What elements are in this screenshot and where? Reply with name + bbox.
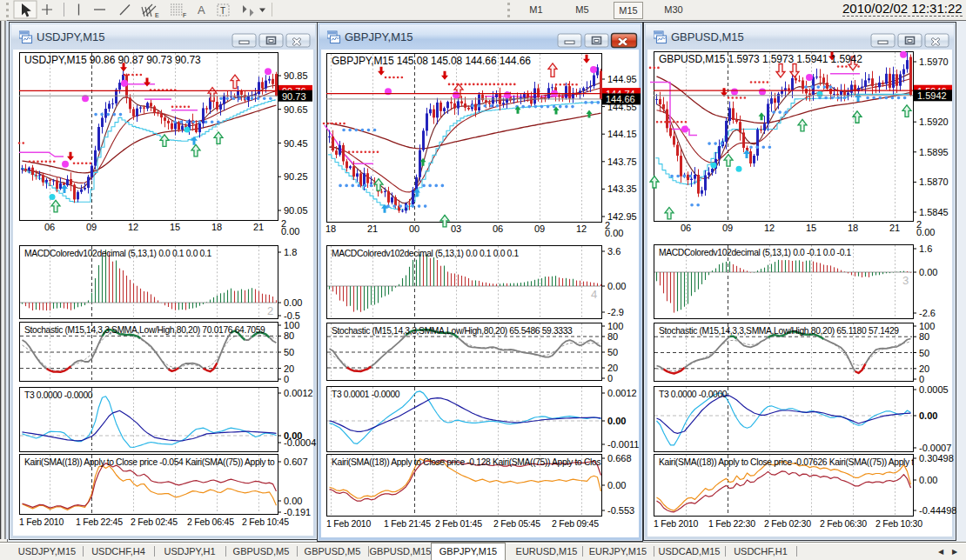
svg-text:0: 0: [607, 373, 613, 383]
svg-text:1 Feb 21:45: 1 Feb 21:45: [384, 518, 431, 529]
svg-text:1 Feb 22:30: 1 Feb 22:30: [708, 518, 755, 529]
svg-text:100: 100: [919, 321, 935, 331]
svg-text:144.66: 144.66: [606, 94, 635, 104]
svg-text:-2.6: -2.6: [919, 308, 936, 318]
svg-text:1.8: 1.8: [284, 247, 297, 257]
svg-text:144.15: 144.15: [607, 129, 637, 139]
svg-text:15: 15: [806, 223, 816, 233]
svg-text:90.45: 90.45: [284, 138, 308, 149]
svg-text:2 Feb 10:30: 2 Feb 10:30: [875, 518, 922, 529]
svg-text:12: 12: [576, 223, 587, 234]
svg-text:3: 3: [902, 274, 909, 287]
svg-text:1.6: 1.6: [919, 243, 932, 254]
svg-text:-0.0011: -0.0011: [607, 439, 640, 450]
svg-text:50: 50: [284, 347, 294, 357]
svg-text:0: 0: [284, 374, 289, 384]
svg-text:1.5942: 1.5942: [917, 90, 947, 101]
svg-text:0.00: 0.00: [607, 416, 626, 426]
svg-text:0.668: 0.668: [607, 453, 632, 463]
svg-text:MACDColoredv102decimal (5,13,1: MACDColoredv102decimal (5,13,1) 0.0 0.1 …: [24, 249, 211, 258]
svg-text:2 Feb 02:45: 2 Feb 02:45: [131, 517, 178, 527]
svg-text:-0.44498: -0.44498: [919, 505, 956, 516]
svg-text:MACDColoredv102decimal (5,13,1: MACDColoredv102decimal (5,13,1) 0.0 -0.1…: [659, 248, 852, 257]
svg-text:0.00: 0.00: [284, 297, 302, 308]
svg-text:03: 03: [451, 223, 461, 234]
svg-text:18: 18: [211, 222, 222, 232]
svg-text:50: 50: [919, 348, 929, 358]
svg-text:90.05: 90.05: [284, 205, 308, 216]
svg-text:90.85: 90.85: [284, 70, 308, 81]
svg-text:-2.9: -2.9: [607, 307, 624, 317]
svg-text:143.35: 143.35: [607, 183, 637, 194]
svg-text:T3 0.0001 -0.0000: T3 0.0001 -0.0000: [332, 390, 400, 399]
svg-text:80: 80: [919, 331, 929, 342]
svg-text:0.0005: 0.0005: [919, 384, 949, 395]
svg-text:18: 18: [848, 223, 858, 233]
svg-text:20: 20: [919, 363, 929, 374]
svg-text:2 Feb 06:30: 2 Feb 06:30: [820, 518, 867, 529]
svg-text:142.95: 142.95: [607, 211, 637, 222]
svg-text:0.0012: 0.0012: [284, 388, 313, 398]
svg-text:0.00: 0.00: [919, 475, 937, 485]
svg-text:Stochastic (M15,14,3,3,SMMA,Lo: Stochastic (M15,14,3,3,SMMA,Low/High,80,…: [332, 326, 573, 336]
svg-text:1 Feb 2010: 1 Feb 2010: [654, 518, 698, 529]
svg-text:80: 80: [284, 330, 294, 341]
svg-text:2 Feb 10:45: 2 Feb 10:45: [242, 517, 289, 527]
svg-text:F: F: [183, 12, 186, 18]
svg-text:0: 0: [919, 374, 924, 384]
svg-text:A: A: [198, 3, 205, 17]
svg-text:USDJPY,M15 90.86 90.87 90.73: USDJPY,M15 90.86 90.87 90.73 90.73: [24, 54, 201, 66]
svg-text:12: 12: [128, 222, 138, 232]
svg-text:2 Feb 01:45: 2 Feb 01:45: [435, 518, 482, 529]
svg-text:T3 0.0000 -0.0000: T3 0.0000 -0.0000: [24, 390, 93, 400]
svg-text:00: 00: [409, 223, 419, 234]
svg-text:50: 50: [607, 347, 618, 357]
svg-text:2 Feb 09:45: 2 Feb 09:45: [552, 518, 599, 529]
svg-text:09: 09: [86, 222, 97, 232]
svg-text:20: 20: [284, 363, 294, 374]
svg-text:Kairi(SMA((18)) Apply to Close: Kairi(SMA((18)) Apply to Close price -0.…: [332, 457, 600, 467]
svg-text:2: 2: [267, 304, 273, 317]
svg-text:Stochastic (M15,14,3,3,SMMA,Lo: Stochastic (M15,14,3,3,SMMA,Low/High,80,…: [24, 325, 265, 335]
svg-text:E: E: [155, 12, 159, 18]
svg-text:2 Feb 02:30: 2 Feb 02:30: [764, 518, 811, 529]
svg-text:1 Feb 2010: 1 Feb 2010: [326, 518, 371, 529]
svg-text:2 Feb 06:45: 2 Feb 06:45: [187, 517, 234, 527]
svg-text:143.75: 143.75: [607, 157, 637, 167]
svg-text:0.00: 0.00: [605, 228, 623, 238]
svg-text:21: 21: [367, 223, 378, 234]
svg-text:-0.0007: -0.0007: [919, 443, 951, 453]
svg-text:21: 21: [253, 222, 264, 232]
svg-text:15: 15: [170, 222, 180, 232]
svg-text:06: 06: [493, 223, 503, 234]
svg-text:0.0012: 0.0012: [607, 388, 637, 398]
svg-text:1.5895: 1.5895: [919, 147, 949, 157]
svg-text:1.5845: 1.5845: [919, 207, 949, 217]
svg-text:1.5920: 1.5920: [919, 117, 949, 127]
svg-text:09: 09: [722, 223, 733, 233]
svg-text:MACDColoredv102decimal (5,13,1: MACDColoredv102decimal (5,13,1) 0.0 0.1 …: [332, 249, 519, 258]
svg-text:0.00: 0.00: [607, 480, 626, 490]
svg-text:0.00: 0.00: [916, 227, 935, 237]
svg-text:-0.553: -0.553: [607, 505, 634, 516]
svg-text:144.95: 144.95: [607, 74, 637, 84]
svg-text:90.25: 90.25: [284, 171, 308, 182]
svg-text:06: 06: [681, 223, 691, 233]
svg-text:1.5870: 1.5870: [919, 177, 949, 187]
svg-text:1 Feb 2010: 1 Feb 2010: [19, 517, 64, 527]
svg-text:3.6: 3.6: [607, 246, 621, 257]
svg-text:1 Feb 22:45: 1 Feb 22:45: [76, 517, 123, 527]
svg-text:90.65: 90.65: [284, 104, 308, 115]
svg-text:T: T: [220, 6, 225, 16]
svg-text:0.00: 0.00: [281, 226, 299, 237]
svg-text:0.607: 0.607: [284, 457, 308, 467]
svg-text:12: 12: [764, 223, 775, 233]
svg-text:0.30498: 0.30498: [919, 453, 954, 463]
svg-text:09: 09: [534, 223, 545, 234]
svg-text:T3 0.0000 -0.0000: T3 0.0000 -0.0000: [659, 390, 728, 399]
svg-text:GBPJPY,M15 145.08 145.08 144.: GBPJPY,M15 145.08 145.08 144.66 144.66: [332, 55, 531, 67]
svg-text:0.00: 0.00: [284, 496, 302, 506]
svg-text:0.00: 0.00: [919, 267, 937, 277]
svg-text:4: 4: [591, 288, 597, 301]
svg-text:Stochastic (M15,14,3,3,SMMA,Lo: Stochastic (M15,14,3,3,SMMA,Low/High,80,…: [659, 326, 899, 336]
